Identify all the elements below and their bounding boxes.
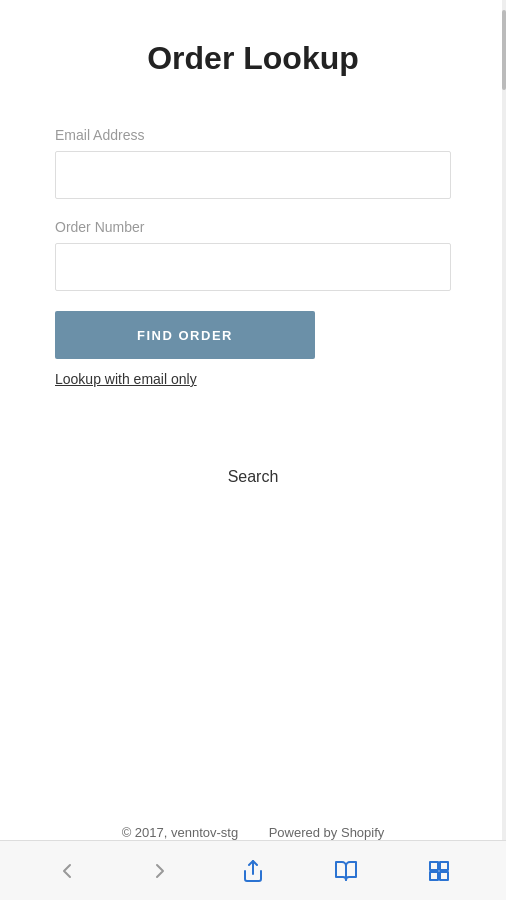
share-button[interactable] <box>231 849 275 893</box>
order-lookup-form: Email Address Order Number FIND ORDER Lo… <box>0 127 506 388</box>
email-input[interactable] <box>55 151 451 199</box>
page-title: Order Lookup <box>147 40 359 77</box>
email-field-group: Email Address <box>55 127 451 199</box>
footer-copyright: © 2017, venntov-stg <box>122 825 239 840</box>
bottom-toolbar <box>0 840 506 900</box>
back-button[interactable] <box>45 849 89 893</box>
email-label: Email Address <box>55 127 451 143</box>
find-order-button[interactable]: FIND ORDER <box>55 311 315 359</box>
scrollbar[interactable] <box>502 0 506 840</box>
order-number-input[interactable] <box>55 243 451 291</box>
svg-rect-1 <box>430 862 438 870</box>
footer-powered-by: Powered by Shopify <box>269 825 385 840</box>
page-content: Order Lookup Email Address Order Number … <box>0 0 506 840</box>
scrollbar-thumb[interactable] <box>502 10 506 90</box>
forward-button[interactable] <box>138 849 182 893</box>
bookmarks-button[interactable] <box>324 849 368 893</box>
order-number-field-group: Order Number <box>55 219 451 291</box>
tabs-button[interactable] <box>417 849 461 893</box>
search-label: Search <box>228 468 279 485</box>
svg-rect-4 <box>440 872 448 880</box>
svg-rect-3 <box>430 872 438 880</box>
lookup-email-only-link[interactable]: Lookup with email only <box>55 371 197 387</box>
order-number-label: Order Number <box>55 219 451 235</box>
footer: © 2017, venntov-stg Powered by Shopify <box>0 825 506 840</box>
svg-rect-2 <box>440 862 448 870</box>
footer-divider <box>250 825 257 840</box>
search-section: Search <box>228 468 279 486</box>
